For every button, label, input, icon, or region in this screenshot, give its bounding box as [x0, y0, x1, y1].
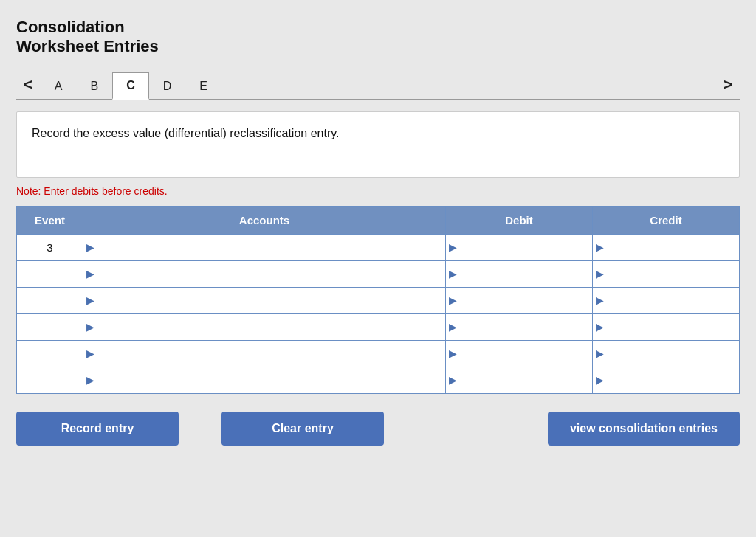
accounts-input-3[interactable] — [97, 316, 442, 337]
col-header-credit: Credit — [593, 206, 740, 234]
worksheet-table: Event Accounts Debit Credit 3▶▶▶▶▶▶▶▶▶▶▶… — [16, 206, 740, 394]
debit-arrow-icon-3: ▶ — [449, 321, 457, 333]
table-row-accounts-2[interactable]: ▶ — [83, 287, 446, 313]
table-row-debit-4[interactable]: ▶ — [446, 340, 593, 367]
account-arrow-icon-3: ▶ — [86, 321, 94, 333]
table-row-credit-5[interactable]: ▶ — [593, 367, 740, 393]
debit-input-3[interactable] — [460, 316, 589, 337]
table-row-accounts-4[interactable]: ▶ — [83, 340, 446, 367]
accounts-input-1[interactable] — [97, 263, 442, 284]
next-tab-arrow[interactable]: > — [715, 72, 740, 97]
table-row-credit-3[interactable]: ▶ — [593, 313, 740, 340]
page-title: Consolidation Worksheet Entries — [16, 18, 740, 57]
table-row-debit-0[interactable]: ▶ — [446, 234, 593, 260]
table-row-event-5 — [17, 367, 83, 393]
table-row-credit-1[interactable]: ▶ — [593, 260, 740, 287]
table-row-event-2 — [17, 287, 83, 313]
table-row-accounts-5[interactable]: ▶ — [83, 367, 446, 393]
table-row-event-0: 3 — [17, 234, 83, 260]
debit-input-1[interactable] — [460, 263, 589, 284]
table-row-event-4 — [17, 340, 83, 367]
credit-arrow-icon-1: ▶ — [596, 268, 604, 280]
debit-input-5[interactable] — [460, 370, 589, 390]
accounts-input-0[interactable] — [97, 237, 442, 257]
col-header-event: Event — [17, 206, 83, 234]
tab-c[interactable]: C — [112, 72, 149, 100]
accounts-input-5[interactable] — [97, 370, 442, 390]
table-row-accounts-1[interactable]: ▶ — [83, 260, 446, 287]
credit-arrow-icon-2: ▶ — [596, 294, 604, 306]
table-row-credit-0[interactable]: ▶ — [593, 234, 740, 260]
page-container: Consolidation Worksheet Entries < A B C … — [16, 18, 740, 446]
table-row-credit-4[interactable]: ▶ — [593, 340, 740, 367]
account-arrow-icon-5: ▶ — [86, 374, 94, 386]
credit-arrow-icon-5: ▶ — [596, 374, 604, 386]
credit-input-0[interactable] — [607, 237, 736, 257]
table-row-debit-5[interactable]: ▶ — [446, 367, 593, 393]
credit-input-3[interactable] — [607, 316, 736, 337]
credit-arrow-icon-0: ▶ — [596, 241, 604, 253]
account-arrow-icon-4: ▶ — [86, 347, 94, 359]
debit-arrow-icon-5: ▶ — [449, 374, 457, 386]
prev-tab-arrow[interactable]: < — [16, 72, 41, 97]
tab-d[interactable]: D — [149, 73, 186, 99]
debit-arrow-icon-4: ▶ — [449, 347, 457, 359]
table-row-debit-2[interactable]: ▶ — [446, 287, 593, 313]
note-text: Note: Enter debits before credits. — [16, 185, 740, 197]
table-row-event-3 — [17, 313, 83, 340]
credit-input-5[interactable] — [607, 370, 736, 390]
col-header-accounts: Accounts — [83, 206, 446, 234]
account-arrow-icon-2: ▶ — [86, 294, 94, 306]
table-row-event-1 — [17, 260, 83, 287]
record-entry-button[interactable]: Record entry — [16, 412, 179, 446]
clear-entry-button[interactable]: Clear entry — [221, 412, 384, 446]
view-consolidation-button[interactable]: view consolidation entries — [548, 412, 740, 446]
debit-arrow-icon-2: ▶ — [449, 294, 457, 306]
accounts-input-4[interactable] — [97, 343, 442, 364]
tab-a[interactable]: A — [41, 73, 77, 99]
debit-input-2[interactable] — [460, 290, 589, 311]
credit-input-4[interactable] — [607, 343, 736, 364]
debit-input-0[interactable] — [460, 237, 589, 257]
table-row-accounts-0[interactable]: ▶ — [83, 234, 446, 260]
credit-arrow-icon-3: ▶ — [596, 321, 604, 333]
table-row-debit-1[interactable]: ▶ — [446, 260, 593, 287]
tab-e[interactable]: E — [185, 73, 221, 99]
credit-input-2[interactable] — [607, 290, 736, 311]
accounts-input-2[interactable] — [97, 290, 442, 311]
credit-input-1[interactable] — [607, 263, 736, 284]
debit-arrow-icon-0: ▶ — [449, 241, 457, 253]
tab-b[interactable]: B — [77, 73, 113, 99]
buttons-row: Record entry Clear entry view consolidat… — [16, 412, 740, 446]
debit-input-4[interactable] — [460, 343, 589, 364]
account-arrow-icon-0: ▶ — [86, 241, 94, 253]
table-row-debit-3[interactable]: ▶ — [446, 313, 593, 340]
table-row-credit-2[interactable]: ▶ — [593, 287, 740, 313]
col-header-debit: Debit — [446, 206, 593, 234]
instruction-text: Record the excess value (differential) r… — [32, 127, 339, 139]
debit-arrow-icon-1: ▶ — [449, 268, 457, 280]
account-arrow-icon-1: ▶ — [86, 268, 94, 280]
table-row-accounts-3[interactable]: ▶ — [83, 313, 446, 340]
tabs-row: < A B C D E > — [16, 72, 740, 99]
instruction-box: Record the excess value (differential) r… — [16, 111, 740, 178]
credit-arrow-icon-4: ▶ — [596, 347, 604, 359]
